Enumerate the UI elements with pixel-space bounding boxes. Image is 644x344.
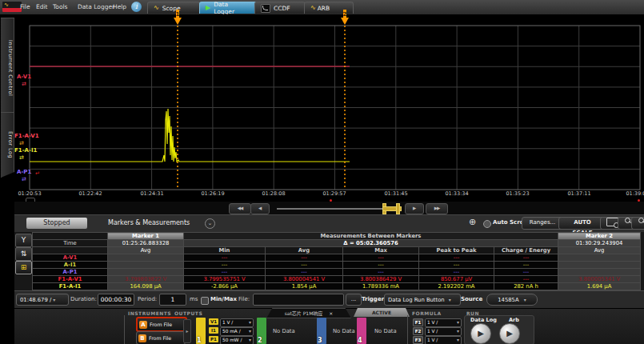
menu-edit[interactable]: Edit xyxy=(36,3,48,10)
caret-down-icon: ▾ xyxy=(249,328,251,335)
scroll-prev-button[interactable]: ◀ xyxy=(250,203,270,214)
scroll-first-button[interactable]: ◀◀ xyxy=(229,203,251,214)
info-icon[interactable]: i xyxy=(131,2,142,12)
cell-avg: --- xyxy=(266,254,343,262)
trace-label-a-v1[interactable]: A-V1 xyxy=(17,74,31,80)
p1-scale-dropdown[interactable]: 50 mW / ▾ xyxy=(220,336,254,344)
v1-scale-dropdown[interactable]: 1 V / ▾ xyxy=(220,318,254,327)
tab-ccdf[interactable]: CCDF xyxy=(254,2,306,14)
trigger-dropdown[interactable]: Data Log Run Button ▾ xyxy=(384,294,461,306)
x-tick: 01:29:57 xyxy=(322,190,346,197)
chevron-down-icon[interactable]: ⌄ xyxy=(205,218,215,229)
elapsed-time-dropdown[interactable]: 01:48.679 / ▾ xyxy=(16,294,69,306)
period-field[interactable]: 1 xyxy=(159,294,186,306)
markers-pair-button[interactable]: ⇅ xyxy=(15,247,32,261)
menu-tools[interactable]: Tools xyxy=(53,3,67,10)
minmax-checkbox[interactable] xyxy=(201,297,209,305)
scroll-track[interactable] xyxy=(277,208,383,210)
play-icon: ▶ xyxy=(206,5,210,11)
grid-view-button[interactable]: ⊞ xyxy=(15,261,32,274)
channel4-no-data: No Data xyxy=(374,328,397,334)
channel4-color-bar[interactable]: 4 xyxy=(357,318,366,344)
cell-ce: --- xyxy=(494,269,558,276)
channel2-no-data: No Data xyxy=(273,328,295,334)
menu-data-logger[interactable]: Data Logger xyxy=(78,3,114,10)
source-dropdown[interactable]: 14585A ▾ xyxy=(486,294,538,306)
arb-play-button[interactable]: ▶ xyxy=(499,323,520,344)
cell-p2p: --- xyxy=(419,262,494,269)
move-handle-icon[interactable]: ⇄ xyxy=(19,155,24,161)
x-tick: 01:26:19 xyxy=(201,190,224,197)
menu-help[interactable]: Help xyxy=(113,3,126,10)
sidebar-tab-instrument-control[interactable]: Instrument Control xyxy=(1,18,14,118)
channel3-color-bar[interactable]: 3 xyxy=(317,318,326,344)
auto-scale-button[interactable]: AUTO SCALE xyxy=(558,217,606,230)
table-row[interactable]: A-P1 --- --- --- --- --- xyxy=(33,269,641,276)
cell-m2 xyxy=(558,254,641,262)
return-marker-icon: ↵ xyxy=(35,171,40,177)
marker1-flag[interactable]: 1 xyxy=(173,10,182,26)
tab-data-logger[interactable]: ▶ Data Logger xyxy=(199,2,257,14)
f3-scale-dropdown[interactable]: 1 V / ▾ xyxy=(425,336,462,344)
menu-file[interactable]: File xyxy=(20,3,30,10)
cell-m2: 3.800005341 V xyxy=(558,276,641,283)
zoom-out-button[interactable] xyxy=(631,217,644,230)
browse-button[interactable]: ... xyxy=(346,294,362,306)
crosshair-icon[interactable]: ⊕ xyxy=(469,218,476,226)
x-tick: 01:28:08 xyxy=(262,190,285,197)
channel1-number: 1 xyxy=(197,337,202,344)
instrument-b-button[interactable]: B From File xyxy=(136,331,186,344)
table-row[interactable]: A-V1 --- --- --- --- --- xyxy=(33,254,641,262)
file-input[interactable] xyxy=(253,294,344,306)
f3-badge[interactable]: F3 xyxy=(413,336,423,344)
trace-label-f1-a-v1[interactable]: F1-A-V1 xyxy=(14,133,39,139)
move-handle-icon[interactable]: ⇄ xyxy=(22,82,26,87)
cell-ce: --- xyxy=(494,254,558,262)
table-row[interactable]: A-I1 --- --- --- --- --- xyxy=(33,262,641,269)
active-tab[interactable]: ACTIVE xyxy=(354,308,410,317)
cell-m1: 164.098 µA xyxy=(108,283,184,290)
sidebar-tab-error-log[interactable]: Error Log xyxy=(1,112,14,178)
duration-field[interactable]: 000:00:30 xyxy=(98,294,134,306)
table-row[interactable]: F1-A-I1 164.098 µA -2.866 µA 1.854 µA 1.… xyxy=(33,283,641,290)
scroll-next-button[interactable]: ▶ xyxy=(405,203,424,214)
marker1-header[interactable]: Marker 1 xyxy=(108,233,184,240)
row-label: A-V1 xyxy=(33,254,108,262)
p1-scale-value: 50 mW / xyxy=(222,337,242,344)
scroll-handle[interactable] xyxy=(382,203,400,213)
caret-down-icon: ▾ xyxy=(524,297,526,302)
logo-wave-icon: ∿ xyxy=(4,2,9,7)
channel1-color-bar[interactable]: 1 xyxy=(196,318,206,344)
x-tick: 01:33:34 xyxy=(445,190,468,197)
trace-label-f1-a-i1[interactable]: F1-A-I1 xyxy=(14,147,37,154)
table-row[interactable]: F1-A-V1 3.799803822 V 3.799535751 V 3.80… xyxy=(33,276,641,283)
f1-scale-dropdown[interactable]: 1 V / ▾ xyxy=(425,318,462,327)
datalog-play-button[interactable]: ▶ xyxy=(470,323,491,344)
i1-badge: I1 xyxy=(209,327,218,334)
f1-badge[interactable]: F1 xyxy=(413,318,423,326)
dataset-tab[interactable]: sat芯片 P1M响应 × xyxy=(266,308,351,318)
datalog-chart[interactable]: 1 2 A-V1 ⇄ F1-A-V1 ⇄ F1-A-I1 ⇄ A-P1 ⇄ ↵ … xyxy=(14,14,644,202)
arb-run-label: Arb xyxy=(509,317,519,323)
instruments-expander[interactable]: ▸ xyxy=(183,319,191,343)
i1-scale-dropdown[interactable]: 50 mA / ▾ xyxy=(220,327,254,336)
move-handle-icon[interactable]: ⇄ xyxy=(22,177,26,182)
marker2-header[interactable]: Marker 2 xyxy=(558,233,641,240)
ranges-button[interactable]: Ranges... xyxy=(522,217,563,230)
auto-scroll-radio[interactable] xyxy=(483,220,491,228)
f2-scale-dropdown[interactable]: 1 V / ▾ xyxy=(425,327,462,336)
row-label: A-P1 xyxy=(33,269,108,276)
f2-badge[interactable]: F2 xyxy=(413,327,423,335)
trace-label-a-p1[interactable]: A-P1 xyxy=(17,169,31,175)
i1-scale-value: 50 mA / xyxy=(222,328,241,335)
period-unit: ms xyxy=(190,296,198,302)
measurement-toolbar: Stopped Markers & Measurements ⌄ ⊕ Auto … xyxy=(14,214,644,233)
move-handle-icon[interactable]: ⇄ xyxy=(19,141,24,146)
marker-tool-button[interactable]: Y xyxy=(15,234,32,247)
instrument-a-button[interactable]: A From File xyxy=(136,317,187,332)
close-icon[interactable]: × xyxy=(329,310,333,316)
channel2-color-bar[interactable]: 2 xyxy=(257,318,266,344)
scroll-last-button[interactable]: ▶▶ xyxy=(426,203,448,214)
x-tick: 01:35:23 xyxy=(506,190,529,197)
marker2-flag[interactable]: 2 xyxy=(340,10,350,26)
